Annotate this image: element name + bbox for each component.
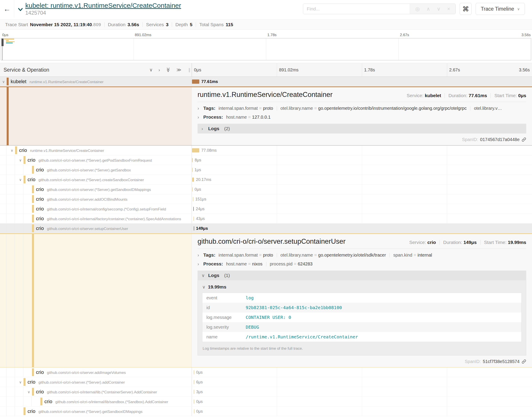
span-name: criogithub.com/cri-o/cri-o/server.(*Serv… bbox=[28, 177, 144, 182]
duration-value: 149μs bbox=[463, 240, 477, 245]
span-bar[interactable] bbox=[192, 79, 199, 84]
span-rows: ∨kubeletruntime.v1.RuntimeService/Create… bbox=[0, 77, 532, 416]
logs-section-toggle[interactable]: ∨Logs(1) bbox=[198, 270, 526, 280]
span-bar[interactable] bbox=[192, 158, 193, 162]
chevron-down-icon[interactable]: ∨ bbox=[149, 67, 153, 73]
duration-label: 20.17ms bbox=[196, 177, 211, 182]
duration-label: 149μs bbox=[196, 226, 208, 231]
span-row[interactable]: criogithub.com/cri-o/cri-o/server.(*Serv… bbox=[0, 165, 532, 175]
chevron-down-icon[interactable]: ∨ bbox=[19, 177, 22, 182]
span-bar[interactable] bbox=[192, 148, 199, 152]
operation-name: runtime.v1.RuntimeService/CreateContaine… bbox=[30, 80, 104, 84]
tree-guide bbox=[6, 214, 6, 223]
span-row[interactable]: criogithub.com/cri-o/cri-o/server.(*Serv… bbox=[0, 184, 532, 194]
span-row-timeline: 0μs bbox=[192, 397, 532, 406]
span-row[interactable]: ∨criogithub.com/cri-o/cri-o/server.(*Ser… bbox=[0, 377, 532, 387]
span-row[interactable]: criogithub.com/cri-o/cri-o/server.addOCI… bbox=[0, 194, 532, 204]
process-label: Process: bbox=[203, 261, 223, 267]
chevron-down-icon[interactable]: ∨ bbox=[2, 79, 5, 84]
span-row[interactable]: criogithub.com/cri-o/cri-o/internal/conf… bbox=[0, 204, 532, 214]
minimap-viewport-handle[interactable] bbox=[1, 39, 3, 46]
duration-value: 77.61ms bbox=[469, 93, 487, 98]
double-chevron-right-icon[interactable]: ≫ bbox=[176, 67, 181, 73]
span-row-label: criogithub.com/cri-o/cri-o/server.setupC… bbox=[0, 224, 192, 233]
duration-label: 151μs bbox=[195, 197, 206, 201]
logs-count: (2) bbox=[224, 126, 230, 131]
timeline-tick-label: 1.78s bbox=[362, 67, 375, 73]
span-color-bar bbox=[40, 398, 42, 405]
process-items: host.name=nixosprocess.pid=624283 bbox=[226, 261, 313, 267]
link-icon[interactable] bbox=[522, 359, 526, 364]
meta-item: Service: kubelet bbox=[407, 93, 441, 98]
span-row[interactable]: criogithub.com/cri-o/cri-o/internal/fact… bbox=[0, 214, 532, 224]
timeline-ticks-header: 0μs891.02ms1.78s2.67s3.56s bbox=[192, 63, 532, 76]
chevron-down-icon[interactable]: ∨ bbox=[28, 390, 30, 394]
span-row-label: criogithub.com/cri-o/cri-o/internal/fact… bbox=[0, 214, 192, 223]
view-selector-button[interactable]: Trace Timeline ∨ bbox=[476, 3, 525, 15]
column-resizer-handle[interactable]: ∥ bbox=[188, 67, 191, 73]
crosshair-icon[interactable]: ◎ bbox=[415, 6, 420, 12]
logs-section-toggle[interactable]: ›Logs(2) bbox=[198, 124, 526, 134]
span-row[interactable]: criogithub.com/cri-o/cri-o/server.addIma… bbox=[0, 367, 532, 377]
service-operation-header: Service & Operation ∨›≫≫ ∥ bbox=[0, 63, 192, 76]
span-row-label: criogithub.com/cri-o/cri-o/server.(*Serv… bbox=[0, 406, 192, 416]
span-bar[interactable] bbox=[194, 370, 194, 374]
span-bar[interactable] bbox=[194, 226, 194, 230]
span-color-bar bbox=[24, 176, 26, 183]
chevron-down-icon[interactable]: ∨ bbox=[11, 148, 13, 152]
span-bar[interactable] bbox=[193, 207, 194, 211]
span-name: criogithub.com/cri-o/cri-o/internal/lib.… bbox=[36, 389, 157, 395]
minimap-canvas[interactable] bbox=[1, 38, 531, 60]
service-name: crio bbox=[36, 167, 44, 173]
span-detail-panel: github.com/cri-o/cri-o/server.setupConta… bbox=[192, 234, 532, 367]
span-bar[interactable] bbox=[194, 380, 194, 384]
find-input[interactable] bbox=[303, 4, 410, 14]
span-detail-title: github.com/cri-o/cri-o/server.setupConta… bbox=[198, 238, 345, 245]
operation-name: github.com/cri-o/cri-o/server.(*Server).… bbox=[47, 168, 131, 172]
minimap-tick-label: 1.78s bbox=[266, 33, 277, 37]
tree-guide bbox=[23, 184, 23, 194]
close-icon[interactable]: × bbox=[447, 6, 450, 12]
chevron-right-icon[interactable]: › bbox=[158, 67, 160, 73]
span-bar[interactable] bbox=[194, 216, 194, 221]
span-bar[interactable] bbox=[192, 187, 193, 191]
timeline-tick-label: 0μs bbox=[192, 67, 201, 73]
service-name: crio bbox=[28, 379, 35, 385]
span-row[interactable]: criogithub.com/cri-o/cri-o/server.setupC… bbox=[0, 224, 532, 233]
tags-section[interactable]: ›Tags:internal.span.format=protootel.lib… bbox=[198, 105, 526, 111]
process-section[interactable]: ›Process:host.name=nixosprocess.pid=6242… bbox=[198, 261, 526, 267]
span-row[interactable]: criogithub.com/cri-o/cri-o/server.(*Serv… bbox=[0, 406, 532, 416]
trace-collapse-chevron-icon[interactable] bbox=[17, 6, 24, 14]
chevron-down-icon[interactable]: ∨ bbox=[19, 158, 22, 162]
chevron-down-icon[interactable]: ∨ bbox=[437, 6, 440, 12]
chevron-down-icon[interactable]: ∨ bbox=[19, 380, 22, 384]
link-icon[interactable] bbox=[522, 137, 526, 142]
span-row[interactable]: ∨criogithub.com/cri-o/cri-o/internal/lib… bbox=[0, 387, 532, 397]
chevron-right-icon: › bbox=[202, 126, 208, 131]
span-bar[interactable] bbox=[194, 409, 194, 413]
chevron-up-icon[interactable]: ∧ bbox=[426, 6, 430, 12]
span-bar[interactable] bbox=[194, 399, 194, 404]
span-row[interactable]: ∨criogithub.com/cri-o/cri-o/server.(*Ser… bbox=[0, 155, 532, 165]
span-bar[interactable] bbox=[193, 197, 193, 201]
keyboard-shortcuts-button[interactable]: ⌘ bbox=[460, 3, 472, 15]
log-entry-toggle[interactable]: ∨19.99ms bbox=[202, 284, 522, 290]
span-row[interactable]: ∨criogithub.com/cri-o/cri-o/server.(*Ser… bbox=[0, 175, 532, 184]
double-chevron-down-icon[interactable]: ≫ bbox=[166, 67, 171, 72]
span-row[interactable]: ∨kubeletruntime.v1.RuntimeService/Create… bbox=[0, 77, 532, 87]
span-name: criogithub.com/cri-o/cri-o/server.(*Serv… bbox=[36, 167, 131, 173]
minimap-tick-label: 0μs bbox=[1, 33, 8, 37]
back-button[interactable]: ← bbox=[0, 0, 14, 18]
trace-title-link[interactable]: kubelet: runtime.v1.RuntimeService/Creat… bbox=[25, 2, 181, 10]
span-bar[interactable] bbox=[192, 177, 194, 182]
span-row-label: criogithub.com/cri-o/cri-o/server.(*Serv… bbox=[0, 165, 192, 175]
span-bar[interactable] bbox=[194, 390, 194, 394]
duration-label: 3μs bbox=[196, 390, 203, 394]
span-row[interactable]: criogithub.com/cri-o/cri-o/internal/lib/… bbox=[0, 397, 532, 406]
logs-label: Logs bbox=[208, 126, 219, 131]
process-section[interactable]: ›Process:host.name=127.0.0.1 bbox=[198, 114, 526, 120]
span-bar[interactable] bbox=[192, 168, 193, 172]
tags-section[interactable]: ›Tags:internal.span.format=protootel.lib… bbox=[198, 252, 526, 258]
span-row[interactable]: ∨crioruntime.v1.RuntimeService/CreateCon… bbox=[0, 146, 532, 155]
service-name: crio bbox=[28, 408, 35, 414]
